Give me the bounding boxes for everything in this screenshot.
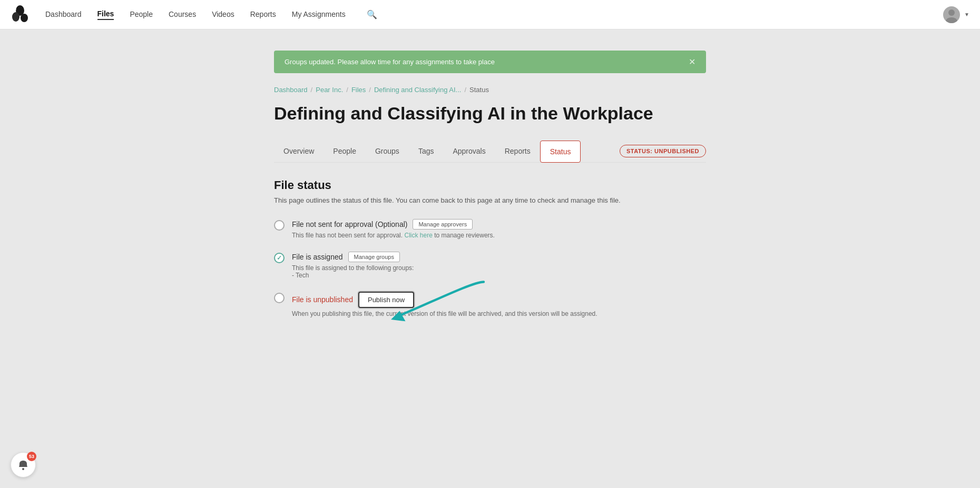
status-item-assigned-groups: - Tech <box>292 272 706 279</box>
status-item-assigned-header: File is assigned Manage groups <box>292 252 706 262</box>
tab-overview[interactable]: Overview <box>274 141 324 163</box>
status-item-unpublished: File is unpublished Publish now When you… <box>274 292 706 317</box>
breadcrumb-file-name[interactable]: Defining and Classifying AI... <box>374 86 461 94</box>
status-item-approval: File not sent for approval (Optional) Ma… <box>274 219 706 239</box>
status-item-unpublished-desc: When you publishing this file, the curre… <box>292 310 706 317</box>
approval-click-here-link[interactable]: Click here <box>404 232 432 239</box>
breadcrumb-org[interactable]: Pear Inc. <box>316 86 343 94</box>
notification-banner: Groups updated. Please allow time for an… <box>274 51 706 73</box>
status-item-assigned-desc: This file is assigned to the following g… <box>292 264 706 272</box>
bell-icon <box>17 459 30 471</box>
nav-people[interactable]: People <box>130 10 153 19</box>
status-item-unpublished-content: File is unpublished Publish now When you… <box>292 292 706 317</box>
status-item-assigned-title: File is assigned <box>292 253 343 261</box>
breadcrumb-sep-2: / <box>346 86 348 94</box>
svg-point-1 <box>12 12 19 22</box>
svg-point-2 <box>21 14 28 22</box>
tab-approvals[interactable]: Approvals <box>443 141 495 163</box>
chevron-down-icon[interactable]: ▼ <box>964 12 969 17</box>
tab-groups[interactable]: Groups <box>366 141 409 163</box>
main-content: Groups updated. Please allow time for an… <box>253 40 727 351</box>
tabs-container: Overview People Groups Tags Approvals Re… <box>274 141 706 163</box>
nav-dashboard[interactable]: Dashboard <box>45 10 82 19</box>
status-item-unpublished-header: File is unpublished Publish now <box>292 292 706 308</box>
assigned-desc-text: This file is assigned to the following g… <box>292 264 414 272</box>
manage-approvers-button[interactable]: Manage approvers <box>413 219 473 230</box>
publish-now-button[interactable]: Publish now <box>358 292 414 308</box>
breadcrumb: Dashboard / Pear Inc. / Files / Defining… <box>274 86 706 94</box>
notification-count: 53 <box>27 452 36 461</box>
status-item-assigned: File is assigned Manage groups This file… <box>274 252 706 279</box>
tab-people[interactable]: People <box>324 141 366 163</box>
status-item-approval-header: File not sent for approval (Optional) Ma… <box>292 219 706 230</box>
breadcrumb-sep-4: / <box>464 86 466 94</box>
navbar: Dashboard Files People Courses Videos Re… <box>0 0 980 29</box>
status-item-approval-title: File not sent for approval (Optional) <box>292 220 407 228</box>
logo[interactable] <box>11 5 30 24</box>
notification-bell[interactable]: 53 <box>11 452 36 477</box>
breadcrumb-current: Status <box>469 86 489 94</box>
search-icon[interactable]: 🔍 <box>367 9 377 19</box>
nav-courses[interactable]: Courses <box>169 10 196 19</box>
notification-close-button[interactable]: ✕ <box>689 57 695 67</box>
approval-desc-suffix: to manage reviewers. <box>434 232 495 239</box>
breadcrumb-sep-1: / <box>311 86 313 94</box>
tab-reports[interactable]: Reports <box>495 141 540 163</box>
page-wrapper: Groups updated. Please allow time for an… <box>0 29 980 351</box>
svg-point-3 <box>13 8 16 11</box>
avatar[interactable] <box>943 6 960 23</box>
approval-desc-text: This file has not been sent for approval… <box>292 232 403 239</box>
page-title: Defining and Classifying AI in the Workp… <box>274 102 706 125</box>
breadcrumb-dashboard[interactable]: Dashboard <box>274 86 308 94</box>
nav-menu: Dashboard Files People Courses Videos Re… <box>45 9 943 20</box>
status-item-unpublished-title: File is unpublished <box>292 295 353 304</box>
tabs-list: Overview People Groups Tags Approvals Re… <box>274 141 581 162</box>
status-radio-unpublished <box>274 293 285 303</box>
breadcrumb-files[interactable]: Files <box>351 86 366 94</box>
section-desc: This page outlines the status of this fi… <box>274 196 706 204</box>
svg-point-4 <box>948 9 955 16</box>
tab-status[interactable]: Status <box>540 141 581 163</box>
nav-reports[interactable]: Reports <box>250 10 276 19</box>
tab-tags[interactable]: Tags <box>409 141 444 163</box>
manage-groups-button[interactable]: Manage groups <box>348 252 400 262</box>
svg-point-7 <box>22 468 24 470</box>
section-title: File status <box>274 178 706 192</box>
svg-point-5 <box>946 17 957 23</box>
status-badge: STATUS: UNPUBLISHED <box>620 145 706 157</box>
status-item-approval-desc: This file has not been sent for approval… <box>292 232 706 239</box>
user-menu: ▼ <box>943 6 969 23</box>
breadcrumb-sep-3: / <box>369 86 371 94</box>
nav-my-assignments[interactable]: My Assignments <box>292 10 346 19</box>
notification-text: Groups updated. Please allow time for an… <box>285 58 495 66</box>
status-item-assigned-content: File is assigned Manage groups This file… <box>292 252 706 279</box>
status-radio-approval <box>274 220 285 231</box>
file-status-section: File status This page outlines the statu… <box>274 178 706 317</box>
nav-files[interactable]: Files <box>97 9 114 20</box>
status-radio-assigned <box>274 253 285 263</box>
status-item-approval-content: File not sent for approval (Optional) Ma… <box>292 219 706 239</box>
nav-videos[interactable]: Videos <box>212 10 234 19</box>
